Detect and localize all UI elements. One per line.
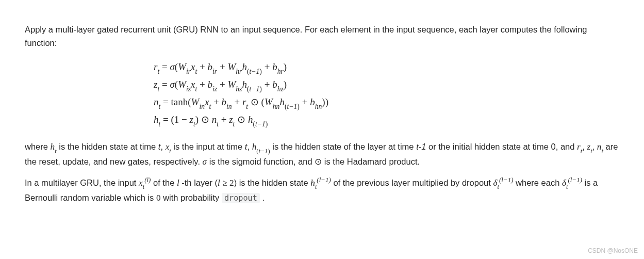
gru-equations: rt = σ(Wirxt + bir + Whrh(t−1) + bhr) zt…: [154, 59, 619, 129]
txt: ,: [582, 142, 587, 151]
sym-xt: xt: [166, 142, 171, 152]
txt: of the: [151, 178, 176, 187]
sym-htlm1: ht(l−1): [310, 178, 331, 188]
txt: In a multilayer GRU, the input: [25, 178, 139, 187]
sym-cond: l ≥ 2: [218, 178, 234, 188]
txt: -th layer (: [179, 178, 218, 187]
txt: is the sigmoid function, and: [207, 157, 315, 166]
txt: is the input at time: [171, 142, 245, 151]
txt: ,: [160, 142, 165, 151]
sym-htm1: h(t−1): [252, 142, 270, 152]
txt: or the initial hidden state at time 0, a…: [426, 142, 577, 151]
description-paragraph: where ht is the hidden state at time t, …: [25, 140, 619, 169]
txt: is the Hadamard product.: [322, 157, 420, 166]
sym-delta-b: δt(l−1): [562, 178, 582, 188]
txt: is the hidden state at time: [57, 142, 158, 151]
sym-ht: ht: [51, 142, 57, 152]
multilayer-paragraph: In a multilayer GRU, the input xt(l) of …: [25, 176, 619, 205]
intro-paragraph: Apply a multi-layer gated recurrent unit…: [25, 23, 619, 50]
sym-zero: 0: [156, 193, 161, 203]
sym-odot: ⊙: [315, 157, 322, 167]
sym-rt: rt: [577, 142, 582, 152]
sym-tm1: t-1: [416, 142, 426, 151]
sym-zt: zt: [587, 142, 592, 152]
txt: where: [25, 142, 51, 151]
eq-hidden-state: ht = (1 − zt) ⊙ nt + zt ⊙ h(t−1): [154, 111, 619, 129]
txt: with probability: [161, 193, 222, 202]
txt: where each: [514, 178, 562, 187]
txt: is the hidden state of the layer at time: [270, 142, 416, 151]
sym-nt: nt: [597, 142, 603, 152]
txt: of the previous layer multiplied by drop…: [331, 178, 493, 187]
eq-reset-gate: rt = σ(Wirxt + bir + Whrh(t−1) + bhr): [154, 59, 619, 76]
sym-sigma: σ: [203, 157, 207, 167]
txt: ,: [247, 142, 252, 151]
txt: ) is the hidden state: [234, 178, 311, 187]
txt: .: [260, 193, 265, 202]
sym-delta-a: δt(l−1): [493, 178, 513, 188]
eq-update-gate: zt = σ(Wizxt + biz + Whzh(t−1) + bhz): [154, 76, 619, 94]
eq-new-gate: nt = tanh(Winxt + bin + rt ⊙ (Whnh(t−1) …: [154, 94, 619, 111]
sym-xtl: xt(l): [139, 178, 151, 188]
code-dropout: dropout: [222, 193, 260, 203]
txt: ,: [592, 142, 597, 151]
